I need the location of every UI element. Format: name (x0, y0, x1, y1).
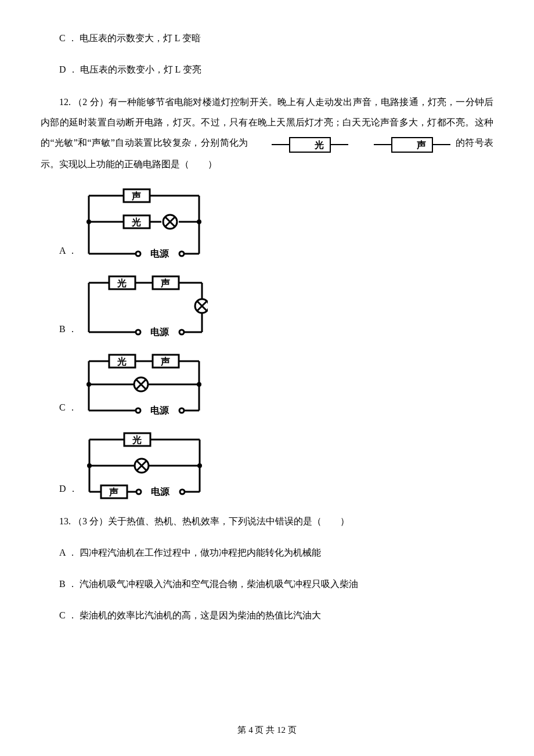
svg-point-9 (197, 219, 201, 224)
option-letter: A ． (59, 242, 77, 262)
circuit-diagram-d: 光 声 电源 (84, 431, 205, 501)
svg-point-31 (87, 463, 92, 468)
svg-text:声: 声 (160, 357, 170, 366)
svg-text:光: 光 (131, 217, 141, 227)
svg-text:光: 光 (117, 357, 127, 366)
option-text: C ． 柴油机的效率比汽油机的高，这是因为柴油的热值比汽油大 (59, 610, 321, 620)
option-text: C ． 电压表的示数变大，灯 L 变暗 (59, 33, 201, 43)
svg-point-15 (136, 330, 140, 334)
svg-point-24 (197, 382, 201, 387)
svg-point-35 (136, 489, 141, 494)
svg-point-23 (86, 382, 91, 387)
q13-option-b: B ． 汽油机吸气冲程吸入汽油和空气混合物，柴油机吸气冲程只吸入柴油 (41, 575, 493, 593)
stem-text: 13. （3 分）关于热值、热机、热机效率，下列说法中错误的是（ ） (59, 516, 349, 526)
q11-option-c: C ． 电压表的示数变大，灯 L 变暗 (41, 29, 493, 48)
q12-option-d: D ． 光 声 电源 (41, 431, 493, 501)
svg-text:光: 光 (117, 278, 127, 288)
circuit-diagram-c: 光 声 电源 (83, 352, 205, 419)
svg-text:声: 声 (160, 278, 170, 288)
svg-point-32 (197, 463, 202, 468)
footer-text: 第 4 页 共 12 页 (237, 725, 296, 735)
svg-text:电源: 电源 (150, 249, 169, 258)
svg-point-36 (180, 489, 185, 494)
q11-option-d: D ． 电压表的示数变小，灯 L 变亮 (41, 60, 493, 79)
svg-text:声: 声 (131, 191, 141, 201)
q12-stem: 12. （2 分）有一种能够节省电能对楼道灯控制开关。晚上有人走动发出声音，电路… (41, 92, 493, 174)
page-footer: 第 4 页 共 12 页 (0, 721, 534, 739)
q13-option-a: A ． 四冲程汽油机在工作过程中，做功冲程把内能转化为机械能 (41, 543, 493, 562)
option-letter: D ． (59, 480, 78, 501)
svg-text:电源: 电源 (150, 327, 169, 337)
option-letter: B ． (59, 320, 77, 341)
sound-symbol-inline: 声 (355, 134, 450, 154)
q12-option-c: C ． 光 声 电源 (41, 352, 493, 419)
svg-point-6 (179, 251, 184, 256)
option-text: B ． 汽油机吸气冲程吸入汽油和空气混合物，柴油机吸气冲程只吸入柴油 (59, 579, 358, 589)
svg-point-16 (179, 330, 184, 334)
svg-point-25 (136, 408, 140, 413)
option-text: A ． 四冲程汽油机在工作过程中，做功冲程把内能转化为机械能 (59, 548, 321, 557)
svg-text:电源: 电源 (150, 405, 169, 415)
svg-point-5 (136, 251, 140, 256)
light-symbol-inline: 光 (253, 134, 348, 154)
circuit-diagram-b: 光 声 电源 (83, 274, 208, 341)
circuit-diagram-a: 声 光 电源 (83, 187, 205, 262)
svg-text:声: 声 (109, 487, 118, 497)
q13-stem: 13. （3 分）关于热值、热机、热机效率，下列说法中错误的是（ ） (41, 512, 493, 531)
q12-option-a: A ． 声 光 电源 (41, 187, 493, 262)
q12-option-b: B ． 光 声 电源 (41, 274, 493, 341)
svg-text:光: 光 (132, 435, 142, 445)
q13-option-c: C ． 柴油机的效率比汽油机的高，这是因为柴油的热值比汽油大 (41, 606, 493, 625)
svg-point-8 (86, 219, 91, 224)
option-letter: C ． (59, 398, 77, 419)
svg-text:电源: 电源 (151, 487, 170, 496)
option-text: D ． 电压表的示数变小，灯 L 变亮 (59, 64, 201, 74)
svg-point-26 (179, 408, 184, 413)
